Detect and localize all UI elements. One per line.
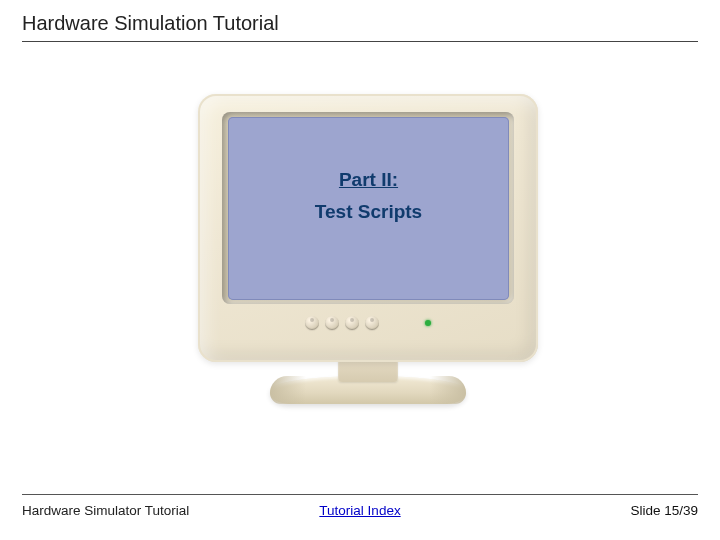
tutorial-index-link[interactable]: Tutorial Index xyxy=(319,503,400,518)
monitor-screen: Part II: Test Scripts xyxy=(228,117,509,300)
dial-icon xyxy=(345,316,359,330)
screen-part-label: Part II: xyxy=(339,169,398,191)
dial-icon xyxy=(305,316,319,330)
slide-header: Hardware Simulation Tutorial xyxy=(22,12,698,42)
screen-subtitle: Test Scripts xyxy=(315,201,422,223)
monitor-controls xyxy=(198,316,538,330)
dial-icon xyxy=(365,316,379,330)
footer-left-text: Hardware Simulator Tutorial xyxy=(22,503,189,518)
monitor-illustration: Part II: Test Scripts xyxy=(198,94,538,394)
footer-center: Tutorial Index xyxy=(319,503,400,518)
slide-counter: Slide 15/39 xyxy=(630,503,698,518)
power-led-icon xyxy=(425,320,431,326)
monitor-bezel: Part II: Test Scripts xyxy=(198,94,538,362)
dial-icon xyxy=(325,316,339,330)
slide-title: Hardware Simulation Tutorial xyxy=(22,12,698,42)
slide-footer: Hardware Simulator Tutorial Tutorial Ind… xyxy=(22,494,698,518)
